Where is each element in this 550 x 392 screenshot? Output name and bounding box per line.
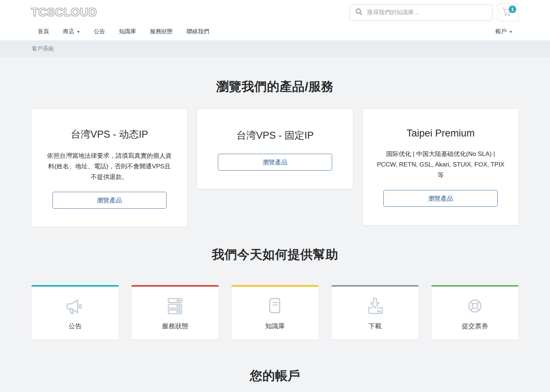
nav-item-server-status[interactable]: 服務狀態 xyxy=(150,28,173,36)
lifebuoy-icon xyxy=(464,296,486,317)
nav-item-contact[interactable]: 聯絡我們 xyxy=(187,28,209,36)
product-description: 依照台灣當地法律要求，請填寫真實的個人資料(姓名、地址、電話)，否則不會開通VP… xyxy=(45,150,173,182)
product-card-vps-static: 台湾VPS - 固定IP 瀏覽產品 xyxy=(197,108,353,189)
product-title: 台湾VPS - 固定IP xyxy=(211,129,339,142)
help-tile-label: 下載 xyxy=(368,322,382,331)
product-title: 台湾VPS - 动态IP xyxy=(45,128,173,141)
nav-item-knowledgebase[interactable]: 知識庫 xyxy=(119,28,136,36)
product-grid: 台湾VPS - 动态IP 依照台灣當地法律要求，請填寫真實的個人資料(姓名、地址… xyxy=(31,108,519,227)
help-tile-label: 服務狀態 xyxy=(162,322,188,331)
cart-count-badge: 1 xyxy=(509,5,516,13)
knowledgebase-search[interactable] xyxy=(350,4,493,21)
help-tile-label: 知識庫 xyxy=(265,322,285,331)
help-tile-server-status[interactable]: 服務狀態 xyxy=(131,285,219,340)
product-description: 国际优化 | 中国大陆基础优化(No SLA) | PCCW, RETN, GS… xyxy=(377,149,505,180)
products-heading: 瀏覽我們的產品/服務 xyxy=(31,78,519,95)
server-icon xyxy=(164,296,186,317)
account-menu[interactable]: 帳戶 xyxy=(495,28,512,36)
search-icon xyxy=(355,8,363,17)
help-tile-submit-ticket[interactable]: 提交票券 xyxy=(431,285,519,340)
help-grid: 公告 服務狀態 xyxy=(31,285,519,340)
book-icon xyxy=(264,296,286,317)
main-content: 瀏覽我們的產品/服務 台湾VPS - 动态IP 依照台灣當地法律要求，請填寫真實… xyxy=(31,78,519,384)
site-logo[interactable]: TCSCLOUD xyxy=(31,6,97,19)
help-tile-downloads[interactable]: 下載 xyxy=(331,285,419,340)
account-heading: 您的帳戶 xyxy=(31,367,519,384)
browse-products-button[interactable]: 瀏覽產品 xyxy=(383,190,498,207)
product-card-vps-dynamic: 台湾VPS - 动态IP 依照台灣當地法律要求，請填寫真實的個人資料(姓名、地址… xyxy=(31,108,187,227)
main-nav: 首頁 商店 公告 知識庫 服務狀態 聯絡我們 xyxy=(38,28,209,36)
megaphone-icon xyxy=(64,296,86,317)
nav-item-home[interactable]: 首頁 xyxy=(38,28,49,36)
help-tile-knowledgebase[interactable]: 知識庫 xyxy=(231,285,319,340)
help-tile-announcements[interactable]: 公告 xyxy=(31,285,119,340)
search-input[interactable] xyxy=(367,9,487,16)
breadcrumb: 客戶系統 xyxy=(0,40,550,57)
download-icon xyxy=(364,296,386,317)
chevron-down-icon xyxy=(509,31,512,33)
nav-item-announcements[interactable]: 公告 xyxy=(94,28,105,36)
product-card-taipei-premium: Taipei Premium 国际优化 | 中国大陆基础优化(No SLA) |… xyxy=(363,108,519,225)
site-header: TCSCLOUD xyxy=(0,0,550,40)
nav-item-store[interactable]: 商店 xyxy=(63,28,80,36)
help-tile-label: 提交票券 xyxy=(462,322,488,331)
cart-button[interactable]: 1 xyxy=(498,4,519,21)
help-tile-label: 公告 xyxy=(68,322,82,331)
product-title: Taipei Premium xyxy=(377,128,505,139)
browse-products-button[interactable]: 瀏覽產品 xyxy=(52,192,167,209)
breadcrumb-item-portal-home[interactable]: 客戶系統 xyxy=(32,45,54,52)
chevron-down-icon xyxy=(77,31,80,33)
help-heading: 我們今天如何提供幫助 xyxy=(31,246,519,263)
browse-products-button[interactable]: 瀏覽產品 xyxy=(218,154,332,171)
